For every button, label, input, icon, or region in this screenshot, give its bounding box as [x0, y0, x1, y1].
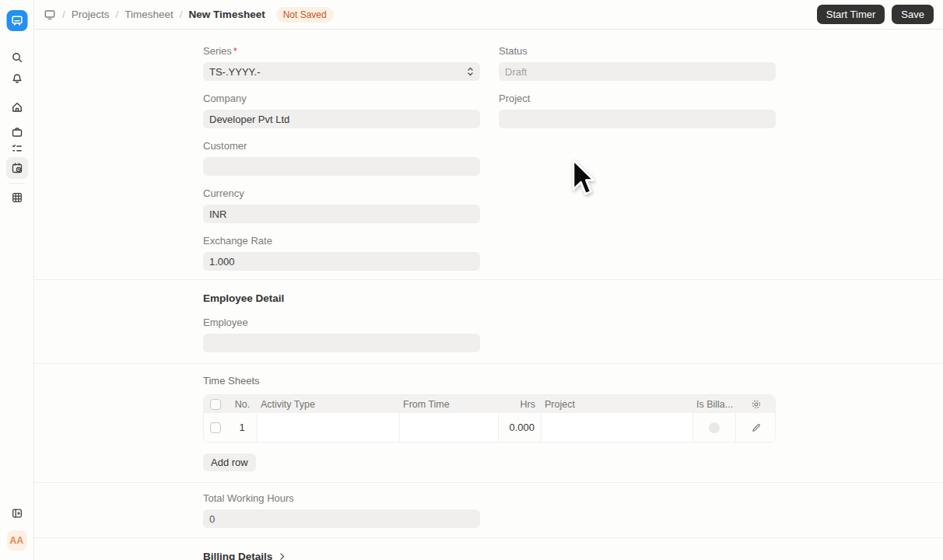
status-label: Status [499, 45, 776, 57]
select-arrows-icon [467, 66, 474, 77]
section-employee-detail: Employee Detail Employee [34, 280, 943, 364]
table-settings-gear-icon[interactable] [736, 399, 776, 410]
breadcrumb-separator: / [116, 9, 119, 20]
form-content: Series* TS-.YYYY.- Status Draft [34, 30, 943, 560]
employee-detail-heading: Employee Detail [203, 292, 943, 304]
section-time-sheets: Time Sheets No. Activity Type From Time … [34, 364, 943, 483]
currency-label: Currency [203, 187, 480, 199]
field-customer: Customer [203, 140, 480, 176]
table-header-row: No. Activity Type From Time Hrs Project … [204, 395, 775, 413]
employee-label: Employee [203, 317, 480, 328]
total-working-hours-label: Total Working Hours [203, 492, 480, 504]
table-row: 1 0.000 [204, 413, 775, 442]
chevron-right-icon [277, 551, 287, 560]
sidebar-divider [9, 183, 25, 184]
home-icon[interactable] [6, 96, 28, 118]
activity-type-cell[interactable] [258, 413, 400, 442]
collapse-panel-icon[interactable] [6, 502, 28, 524]
section-total-working-hours: Total Working Hours 0 [34, 483, 943, 538]
hrs-cell[interactable]: 0.000 [499, 413, 542, 442]
company-label: Company [203, 93, 480, 104]
task-list-icon[interactable] [6, 138, 28, 159]
add-row-button[interactable]: Add row [203, 453, 256, 471]
not-saved-badge: Not Saved [276, 7, 334, 23]
select-all-checkbox[interactable] [210, 399, 221, 410]
field-company: Company Developer Pvt Ltd [203, 93, 480, 128]
sidebar: AA [0, 0, 34, 560]
save-button[interactable]: Save [892, 5, 934, 24]
page-title: New Timesheet [189, 9, 265, 20]
field-status: Status Draft [499, 45, 776, 81]
table-grid-icon[interactable] [6, 187, 28, 208]
is-billable-cell[interactable] [693, 413, 736, 442]
time-sheets-heading: Time Sheets [203, 375, 943, 387]
field-currency: Currency INR [203, 187, 480, 223]
status-field: Draft [499, 62, 776, 81]
notifications-bell-icon[interactable] [6, 67, 28, 89]
company-input[interactable]: Developer Pvt Ltd [203, 110, 480, 128]
exchange-rate-label: Exchange Rate [203, 235, 480, 247]
col-header-hrs: Hrs [499, 399, 542, 410]
desk-monitor-icon[interactable] [44, 9, 56, 21]
billing-details-toggle[interactable]: Billing Details [203, 551, 943, 560]
app-logo-icon[interactable] [6, 10, 27, 31]
required-marker: * [233, 45, 237, 57]
col-header-activity-type: Activity Type [258, 399, 400, 410]
customer-label: Customer [203, 140, 480, 152]
field-series: Series* TS-.YYYY.- [203, 45, 480, 81]
exchange-rate-input[interactable]: 1.000 [203, 252, 480, 271]
breadcrumb-separator: / [180, 9, 183, 20]
topbar-actions: Start Timer Save [817, 5, 934, 24]
breadcrumb-projects[interactable]: Projects [72, 9, 110, 20]
col-header-is-billable: Is Billa... [693, 399, 736, 410]
start-timer-button[interactable]: Start Timer [817, 5, 885, 24]
row-checkbox[interactable] [210, 422, 221, 433]
col-header-from-time: From Time [400, 399, 499, 410]
series-value: TS-.YYYY.- [209, 66, 261, 78]
from-time-cell[interactable] [400, 413, 499, 442]
currency-input[interactable]: INR [203, 205, 480, 223]
customer-input[interactable] [203, 157, 480, 176]
project-cell[interactable] [542, 413, 693, 442]
series-select[interactable]: TS-.YYYY.- [203, 62, 480, 81]
field-total-working-hours: Total Working Hours 0 [203, 492, 480, 528]
project-label: Project [499, 93, 776, 104]
breadcrumb-timesheet[interactable]: Timesheet [124, 9, 174, 20]
field-project: Project [499, 93, 776, 128]
project-input[interactable] [499, 110, 776, 128]
topbar: / Projects / Timesheet / New Timesheet N… [34, 0, 943, 30]
search-icon[interactable] [6, 47, 28, 68]
field-exchange-rate: Exchange Rate 1.000 [203, 235, 480, 271]
breadcrumb: / Projects / Timesheet / New Timesheet N… [44, 7, 334, 23]
is-billable-disabled-toggle[interactable] [709, 422, 720, 433]
timesheet-app: AA / Projects / Timesheet / New Timeshee… [0, 0, 943, 560]
edit-row-pencil-icon[interactable] [736, 413, 776, 442]
employee-input[interactable] [203, 334, 480, 352]
series-label: Series* [203, 45, 480, 57]
col-header-project: Project [542, 399, 693, 410]
timesheet-calendar-icon[interactable] [6, 157, 28, 179]
billing-details-heading: Billing Details [203, 551, 272, 560]
section-billing-details: Billing Details [34, 538, 943, 560]
col-header-no: No. [227, 399, 258, 410]
time-sheets-table: No. Activity Type From Time Hrs Project … [203, 394, 776, 443]
total-working-hours-field: 0 [203, 509, 480, 528]
main-area: / Projects / Timesheet / New Timesheet N… [34, 0, 943, 560]
user-avatar[interactable]: AA [7, 530, 27, 551]
section-details: Series* TS-.YYYY.- Status Draft [34, 30, 943, 280]
row-number-cell[interactable]: 1 [227, 413, 258, 442]
field-employee: Employee [203, 317, 480, 352]
breadcrumb-separator: / [62, 9, 65, 20]
